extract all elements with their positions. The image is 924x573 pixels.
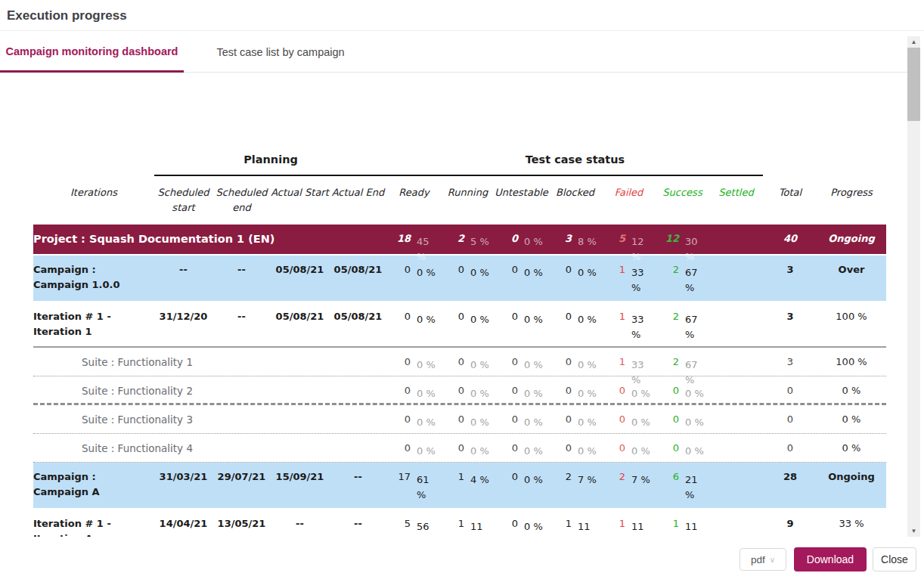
close-button[interactable]: Close [873,547,916,571]
cell-success-percent: 21 % [683,463,709,508]
cell-actual-start: -- [271,510,329,537]
cell-ready-percent: 0 % [414,256,441,301]
cell-ready-percent: 61 % [414,463,441,508]
cell-settled [709,434,763,462]
cell-success-count: 6 [656,463,683,508]
cell-running-percent: 0 % [468,434,495,462]
cell-running-count: 0 [441,256,468,301]
cell-settled [709,463,763,508]
cell-untestable-percent: 0 % [522,302,548,346]
cell-running-count: 1 [441,463,468,508]
cell-progress: 0 % [817,405,885,433]
cell-total: 3 [763,302,817,346]
cell-untestable-count: 0 [495,463,522,508]
dialog-footer: pdf ∨ Download Close [0,543,924,573]
cell-scheduled-start: 31/03/21 [154,463,212,508]
row-label: Suite : Functionality 2 [33,376,387,403]
tab-bar: Campaign monitoring dashboard Test case … [0,32,907,73]
cell-failed-count: 0 [602,434,629,462]
cell-untestable-count: 0 [495,302,522,346]
cell-ready-count: 0 [387,256,414,301]
cell-running-count: 0 [441,376,468,403]
cell-failed-count: 1 [602,256,629,301]
cell-ready-percent: 0 % [414,302,441,346]
cell-untestable-percent: 0 % [522,405,548,433]
cell-running-count: 0 [441,405,468,433]
vertical-scrollbar[interactable]: ▲ ▼ [907,36,920,537]
cell-total: 0 [763,405,817,433]
table-group-header-row: PlanningTest case status [33,147,886,176]
cell-untestable-percent: 0 % [522,376,548,403]
cell-actual-end: -- [329,510,387,537]
cell-ready-percent: 0 % [414,434,441,462]
cell-settled [709,405,763,433]
tab-campaign-monitoring-dashboard[interactable]: Campaign monitoring dashboard [0,32,184,73]
dialog-title: Execution progress [0,0,924,31]
export-format-value: pdf [751,554,765,565]
cell-blocked-percent: 0 % [575,405,602,433]
cell-ready-count: 0 [387,434,414,462]
cell-total: 3 [763,256,817,301]
cell-scheduled-start: 14/04/21 [154,510,212,537]
column-header-actual-end: Actual End [329,176,387,225]
cell-blocked-percent: 0 % [575,302,602,346]
cell-success-count: 2 [656,256,683,301]
cell-ready-count: 0 [387,302,414,346]
row-label: Suite : Functionality 4 [33,434,387,462]
cell-blocked-percent: 0 % [575,434,602,462]
cell-success-count: 2 [656,302,683,346]
scroll-down-icon[interactable]: ▼ [907,525,920,537]
cell-running-count: 0 [441,302,468,346]
cell-blocked-count: 0 [548,434,575,462]
table-row-campaign: Campaign : Campaign 1.0.0----05/08/2105/… [33,256,886,302]
table-row-suite: Suite : Functionality 300 %00 %00 %00 %0… [33,405,886,434]
cell-scheduled-end: -- [212,256,271,301]
cell-untestable-count: 0 [495,256,522,301]
column-header-scheduled-start: Scheduled start [154,176,212,225]
column-header-running: Running [441,176,495,225]
cell-ready-count: 0 [387,376,414,403]
cell-blocked-count: 0 [548,302,575,346]
dialog-titlebar: Execution progress [0,0,924,31]
scrollbar-thumb[interactable] [907,48,920,121]
column-header-iterations: Iterations [33,176,154,225]
dashboard-scroll-area: PlanningTest case statusIterationsSchedu… [0,73,907,537]
cell-total: 28 [763,463,817,508]
cell-success-percent: 67 % [683,302,709,346]
cell-untestable-count: 0 [495,376,522,403]
cell-running-percent: 4 % [468,463,495,508]
cell-progress: 33 % [817,510,885,537]
cell-total: 9 [763,510,817,537]
cell-settled [709,510,763,537]
cell-failed-count: 0 [602,376,629,403]
cell-total: 0 [763,376,817,403]
table-group-header-test-case-status: Test case status [387,153,763,176]
cell-success-percent: 0 % [683,376,709,403]
export-format-select[interactable]: pdf ∨ [740,548,786,571]
cell-blocked-count: 2 [548,463,575,508]
download-button[interactable]: Download [794,547,867,571]
table-row-suite: Suite : Functionality 100 %00 %00 %00 %1… [33,348,886,376]
cell-scheduled-end: -- [212,302,271,346]
cell-ready-percent: 0 % [414,376,441,403]
cell-settled [709,376,763,403]
table-row-iteration: Iteration # 1 - Iteration A14/04/2113/05… [33,510,886,537]
cell-progress: Ongoing [817,463,885,508]
cell-running-percent: 0 % [468,302,495,346]
cell-progress: 0 % [817,376,885,403]
scroll-up-icon[interactable]: ▲ [907,36,920,48]
row-label: Campaign : Campaign 1.0.0 [33,256,154,301]
cell-actual-start: 05/08/21 [271,256,329,301]
column-header-settled: Settled [709,176,763,225]
cell-blocked-count: 0 [548,256,575,301]
cell-settled [709,302,763,346]
tab-test-case-list-by-campaign[interactable]: Test case list by campaign [184,32,377,73]
cell-actual-end: 05/08/21 [329,302,387,346]
table-column-header-row: IterationsScheduled startScheduled endAc… [33,176,886,225]
cell-ready-count: 5 [387,510,414,537]
cell-ready-count: 0 [387,405,414,433]
column-header-progress: Progress [817,176,885,225]
cell-failed-percent: 0 % [629,376,656,403]
cell-actual-end: 05/08/21 [329,256,387,301]
cell-success-percent: 0 % [683,405,709,433]
